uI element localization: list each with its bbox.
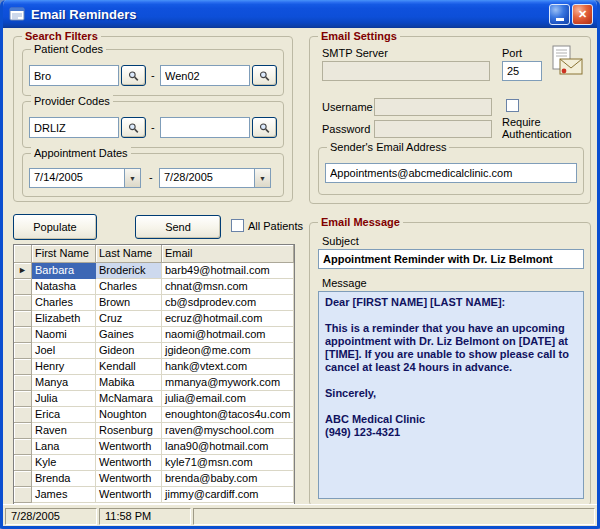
grid-column-header[interactable]: First Name bbox=[32, 245, 96, 263]
send-button[interactable]: Send bbox=[135, 215, 221, 239]
provider-code-to-lookup-button[interactable] bbox=[252, 117, 277, 138]
username-input[interactable] bbox=[374, 98, 492, 116]
patient-code-from-input[interactable] bbox=[29, 65, 119, 86]
chevron-down-icon[interactable]: ▼ bbox=[254, 169, 270, 187]
sender-email-input[interactable] bbox=[325, 163, 577, 183]
subject-input[interactable] bbox=[318, 249, 584, 269]
row-selector-cell[interactable] bbox=[14, 391, 32, 407]
table-row[interactable]: ManyaMabikammanya@mywork.com bbox=[14, 375, 294, 391]
grid-cell[interactable]: Gaines bbox=[96, 327, 162, 343]
grid-cell[interactable]: julia@email.com bbox=[162, 391, 294, 407]
minimize-button[interactable] bbox=[549, 4, 570, 25]
row-selector-cell[interactable] bbox=[14, 439, 32, 455]
provider-code-to-input[interactable] bbox=[160, 117, 250, 138]
row-selector-cell[interactable] bbox=[14, 343, 32, 359]
row-selector-cell[interactable] bbox=[14, 471, 32, 487]
grid-cell[interactable]: barb49@hotmail.com bbox=[162, 263, 294, 279]
port-input[interactable] bbox=[502, 61, 542, 81]
grid-cell[interactable]: Barbara bbox=[32, 263, 96, 279]
table-row[interactable]: JoelGideonjgideon@me.com bbox=[14, 343, 294, 359]
grid-cell[interactable]: McNamara bbox=[96, 391, 162, 407]
grid-cell[interactable]: Wentworth bbox=[96, 487, 162, 503]
patient-code-from-lookup-button[interactable] bbox=[121, 65, 146, 86]
grid-cell[interactable]: Kyle bbox=[32, 455, 96, 471]
grid-cell[interactable]: lana90@hotmail.com bbox=[162, 439, 294, 455]
appointment-date-from-select[interactable]: 7/14/2005 ▼ bbox=[29, 168, 141, 188]
patient-code-to-input[interactable] bbox=[160, 65, 250, 86]
grid-cell[interactable]: kyle71@msn.com bbox=[162, 455, 294, 471]
table-row[interactable]: JamesWentworthjimmy@cardiff.com bbox=[14, 487, 294, 503]
grid-cell[interactable]: James bbox=[32, 487, 96, 503]
grid-cell[interactable]: enoughton@tacos4u.com bbox=[162, 407, 294, 423]
grid-cell[interactable]: Brenda bbox=[32, 471, 96, 487]
table-row[interactable]: JuliaMcNamarajulia@email.com bbox=[14, 391, 294, 407]
table-row[interactable]: EricaNoughtonenoughton@tacos4u.com bbox=[14, 407, 294, 423]
grid-cell[interactable]: Mabika bbox=[96, 375, 162, 391]
grid-cell[interactable]: Manya bbox=[32, 375, 96, 391]
grid-cell[interactable]: mmanya@mywork.com bbox=[162, 375, 294, 391]
grid-cell[interactable]: Erica bbox=[32, 407, 96, 423]
grid-cell[interactable]: Lana bbox=[32, 439, 96, 455]
row-selector-cell[interactable] bbox=[14, 295, 32, 311]
grid-cell[interactable]: Julia bbox=[32, 391, 96, 407]
patient-code-to-lookup-button[interactable] bbox=[252, 65, 277, 86]
chevron-down-icon[interactable]: ▼ bbox=[124, 169, 140, 187]
row-selector-cell[interactable] bbox=[14, 359, 32, 375]
grid-cell[interactable]: ecruz@hotmail.com bbox=[162, 311, 294, 327]
table-row[interactable]: RavenRosenburgraven@myschool.com bbox=[14, 423, 294, 439]
grid-cell[interactable]: naomi@hotmail.com bbox=[162, 327, 294, 343]
close-button[interactable]: ✕ bbox=[572, 4, 593, 25]
grid-cell[interactable]: Charles bbox=[32, 295, 96, 311]
table-row[interactable]: ElizabethCruzecruz@hotmail.com bbox=[14, 311, 294, 327]
grid-cell[interactable]: jgideon@me.com bbox=[162, 343, 294, 359]
grid-cell[interactable]: Wentworth bbox=[96, 439, 162, 455]
grid-cell[interactable]: Natasha bbox=[32, 279, 96, 295]
grid-cell[interactable]: Cruz bbox=[96, 311, 162, 327]
table-row[interactable]: CharlesBrowncb@sdprodev.com bbox=[14, 295, 294, 311]
grid-cell[interactable]: raven@myschool.com bbox=[162, 423, 294, 439]
provider-code-from-lookup-button[interactable] bbox=[121, 117, 146, 138]
grid-cell[interactable]: brenda@baby.com bbox=[162, 471, 294, 487]
row-selector-cell[interactable]: ► bbox=[14, 263, 32, 279]
grid-cell[interactable]: Rosenburg bbox=[96, 423, 162, 439]
table-row[interactable]: NatashaCharleschnat@msn.com bbox=[14, 279, 294, 295]
grid-cell[interactable]: hank@vtext.com bbox=[162, 359, 294, 375]
table-row[interactable]: KyleWentworthkyle71@msn.com bbox=[14, 455, 294, 471]
all-patients-checkbox[interactable] bbox=[231, 219, 244, 232]
table-row[interactable]: ►BarbaraBroderickbarb49@hotmail.com bbox=[14, 263, 294, 279]
appointment-date-to-select[interactable]: 7/28/2005 ▼ bbox=[159, 168, 271, 188]
grid-column-header[interactable]: Last Name bbox=[96, 245, 162, 263]
grid-cell[interactable]: chnat@msn.com bbox=[162, 279, 294, 295]
grid-cell[interactable]: cb@sdprodev.com bbox=[162, 295, 294, 311]
table-row[interactable]: BrendaWentworthbrenda@baby.com bbox=[14, 471, 294, 487]
row-selector-cell[interactable] bbox=[14, 487, 32, 503]
grid-cell[interactable]: Kendall bbox=[96, 359, 162, 375]
password-input[interactable] bbox=[374, 120, 492, 138]
table-row[interactable]: HenryKendallhank@vtext.com bbox=[14, 359, 294, 375]
smtp-server-input[interactable] bbox=[322, 61, 490, 81]
patients-grid[interactable]: First NameLast NameEmail ►BarbaraBroderi… bbox=[13, 244, 295, 506]
grid-cell[interactable]: Broderick bbox=[96, 263, 162, 279]
grid-cell[interactable]: Wentworth bbox=[96, 471, 162, 487]
require-auth-checkbox[interactable] bbox=[506, 99, 519, 112]
row-selector-cell[interactable] bbox=[14, 311, 32, 327]
grid-cell[interactable]: jimmy@cardiff.com bbox=[162, 487, 294, 503]
populate-button[interactable]: Populate bbox=[13, 214, 97, 240]
row-selector-cell[interactable] bbox=[14, 327, 32, 343]
provider-code-from-input[interactable] bbox=[29, 117, 119, 138]
titlebar[interactable]: Email Reminders ✕ bbox=[3, 0, 597, 28]
grid-cell[interactable]: Charles bbox=[96, 279, 162, 295]
row-selector-cell[interactable] bbox=[14, 455, 32, 471]
grid-cell[interactable]: Henry bbox=[32, 359, 96, 375]
row-selector-cell[interactable] bbox=[14, 407, 32, 423]
grid-cell[interactable]: Naomi bbox=[32, 327, 96, 343]
grid-cell[interactable]: Brown bbox=[96, 295, 162, 311]
grid-column-header[interactable]: Email bbox=[162, 245, 294, 263]
grid-cell[interactable]: Noughton bbox=[96, 407, 162, 423]
grid-cell[interactable]: Elizabeth bbox=[32, 311, 96, 327]
table-row[interactable]: LanaWentworthlana90@hotmail.com bbox=[14, 439, 294, 455]
grid-cell[interactable]: Wentworth bbox=[96, 455, 162, 471]
grid-cell[interactable]: Raven bbox=[32, 423, 96, 439]
row-selector-cell[interactable] bbox=[14, 279, 32, 295]
grid-cell[interactable]: Gideon bbox=[96, 343, 162, 359]
